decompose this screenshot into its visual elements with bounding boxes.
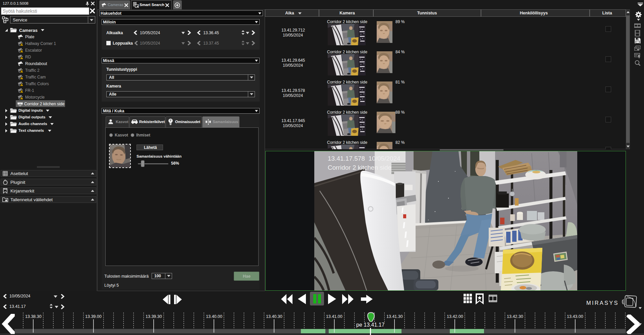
svg-text:Corridor 2 kitchen side: Corridor 2 kitchen side	[328, 164, 391, 171]
svg-text:13.41.17.578 10/05/2024: 13.41.17.578 10/05/2024	[328, 155, 400, 162]
